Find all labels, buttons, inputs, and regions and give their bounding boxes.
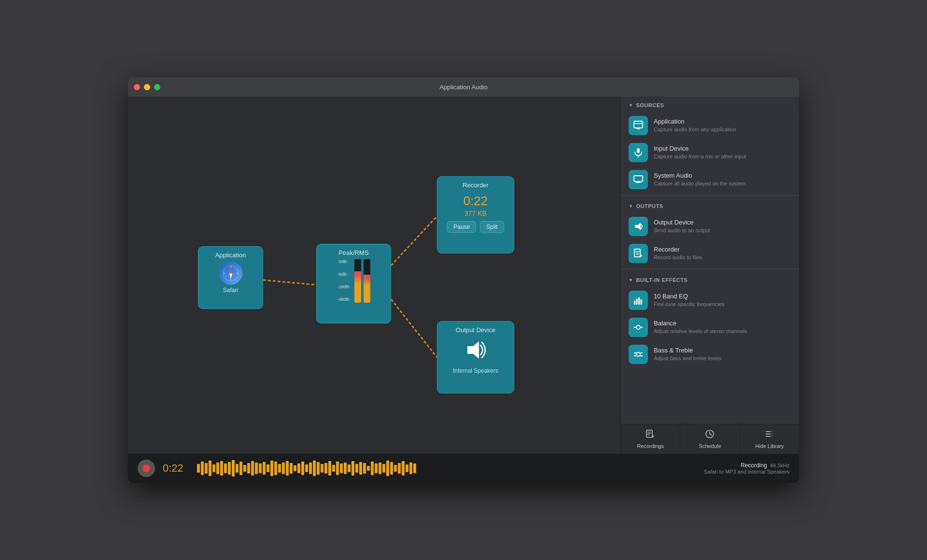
speaker-icon	[463, 339, 489, 363]
schedule-button[interactable]: Schedule	[680, 424, 740, 454]
record-dot	[142, 464, 150, 472]
balance-desc: Adjust relative levels of stereo channel…	[654, 328, 747, 335]
balance-title: Balance	[654, 320, 747, 327]
balance-panel-icon	[629, 318, 648, 337]
svg-rect-27	[636, 299, 638, 305]
svg-marker-10	[467, 341, 479, 359]
recorder-time: 0:22	[464, 194, 488, 209]
eq-panel[interactable]: 10 Band EQ Fine-tune specific frequencie…	[621, 287, 799, 314]
record-button[interactable]	[138, 460, 155, 477]
meter-right	[364, 259, 370, 303]
hide-library-icon	[765, 429, 774, 441]
recording-info: Recording 44.1kHz Safari to MP3 and Inte…	[704, 462, 789, 475]
eq-title: 10 Band EQ	[654, 293, 724, 300]
output-device-title: Output Device	[456, 326, 495, 334]
output-device-panel[interactable]: Output Device Send audio to an output	[621, 213, 799, 240]
source-application-icon	[629, 116, 648, 135]
recordings-button[interactable]: Recordings	[621, 424, 680, 454]
recording-freq: 44.1kHz	[770, 462, 789, 468]
canvas-area: Application	[128, 97, 620, 454]
eq-desc: Fine-tune specific frequencies	[654, 301, 724, 308]
source-input-device-icon	[629, 143, 648, 162]
meter-right-fill	[364, 275, 370, 303]
hide-library-label: Hide Library	[755, 443, 784, 449]
bass-treble-icon	[629, 345, 648, 364]
svg-marker-5	[229, 273, 232, 279]
outputs-chevron: ▼	[629, 204, 633, 209]
eq-panel-icon	[629, 291, 648, 310]
recorder-buttons: Pause Split	[447, 221, 504, 233]
meter-left	[354, 259, 361, 303]
svg-rect-49	[771, 431, 773, 433]
application-node-title: Application	[215, 252, 246, 259]
split-button[interactable]: Split	[480, 221, 504, 233]
bass-treble-title: Bass & Treble	[654, 347, 721, 354]
source-system-title: System Audio	[654, 172, 745, 179]
bottom-bar: 0:22	[128, 454, 799, 483]
svg-marker-20	[635, 223, 641, 230]
hide-library-button[interactable]: Hide Library	[740, 424, 799, 454]
output-device-panel-icon	[629, 217, 648, 236]
svg-marker-42	[652, 435, 654, 438]
svg-rect-17	[634, 176, 643, 182]
svg-line-2	[391, 299, 437, 357]
recordings-label: Recordings	[637, 443, 664, 449]
peak-label-3db: -3dB-	[337, 259, 350, 264]
svg-line-1	[391, 216, 437, 266]
meter-left-fill	[354, 271, 361, 303]
pause-button[interactable]: Pause	[447, 221, 476, 233]
safari-icon	[219, 262, 242, 285]
source-system-audio-icon	[629, 170, 648, 189]
source-input-title: Input Device	[654, 145, 746, 152]
main-area: Application	[128, 97, 799, 454]
source-application-title: Application	[654, 118, 736, 125]
titlebar: Application Audio	[128, 77, 799, 97]
close-button[interactable]	[134, 84, 140, 90]
safari-label: Safari	[223, 287, 238, 294]
peakrms-node[interactable]: Peak/RMS -3dB- -9dB- -18dB- -48dB-	[316, 244, 391, 323]
recorder-node[interactable]: Recorder 0:22 377 KB Pause Split	[437, 176, 514, 253]
svg-rect-15	[637, 148, 640, 153]
schedule-icon	[705, 429, 715, 441]
bass-treble-panel[interactable]: Bass & Treble Adjust bass and treble lev…	[621, 341, 799, 368]
peakrms-title: Peak/RMS	[338, 249, 368, 256]
bass-treble-desc: Adjust bass and treble levels	[654, 355, 721, 362]
source-application-desc: Capture audio from any application	[654, 126, 736, 133]
svg-rect-50	[771, 433, 773, 435]
output-device-label: Internal Speakers	[453, 367, 498, 374]
bottom-timer: 0:22	[163, 462, 189, 475]
application-node[interactable]: Application	[198, 246, 263, 309]
svg-rect-51	[771, 435, 773, 437]
recorder-size: 377 KB	[464, 210, 487, 217]
outputs-header: ▼ OUTPUTS	[621, 197, 799, 213]
source-input-device[interactable]: Input Device Capture audio from a mic or…	[621, 139, 799, 166]
recording-status-label: Recording	[741, 462, 767, 469]
recordings-icon	[646, 429, 655, 441]
peak-label-9db: -9dB-	[337, 272, 350, 277]
main-window: Application Audio Application	[128, 77, 799, 483]
svg-marker-25	[640, 254, 643, 257]
recorder-panel[interactable]: Recorder Record audio to files	[621, 240, 799, 267]
recorder-title: Recorder	[463, 182, 488, 189]
window-buttons	[134, 84, 160, 90]
waveform	[197, 460, 696, 477]
minimize-button[interactable]	[144, 84, 150, 90]
svg-rect-11	[634, 121, 643, 128]
recording-details-label: Safari to MP3 and Internal Speakers	[704, 469, 789, 475]
balance-panel[interactable]: Balance Adjust relative levels of stereo…	[621, 314, 799, 341]
effects-divider	[621, 269, 799, 269]
source-system-audio[interactable]: System Audio Capture all audio played on…	[621, 166, 799, 193]
svg-point-30	[636, 325, 640, 329]
output-device-node[interactable]: Output Device Internal Speakers	[437, 321, 514, 393]
peak-label-48db: -48dB-	[337, 297, 350, 302]
source-input-desc: Capture audio from a mic or other input	[654, 153, 746, 160]
outputs-divider	[621, 195, 799, 196]
sources-header: ▼ SOURCES	[621, 97, 799, 112]
maximize-button[interactable]	[154, 84, 160, 90]
source-application[interactable]: Application Capture audio from any appli…	[621, 112, 799, 139]
sources-chevron: ▼	[629, 103, 633, 108]
right-panel: ▼ SOURCES Application Capture audio from…	[620, 97, 799, 454]
schedule-label: Schedule	[699, 443, 721, 449]
bottom-panel: Recordings Schedule	[621, 424, 799, 454]
svg-line-45	[710, 434, 712, 435]
